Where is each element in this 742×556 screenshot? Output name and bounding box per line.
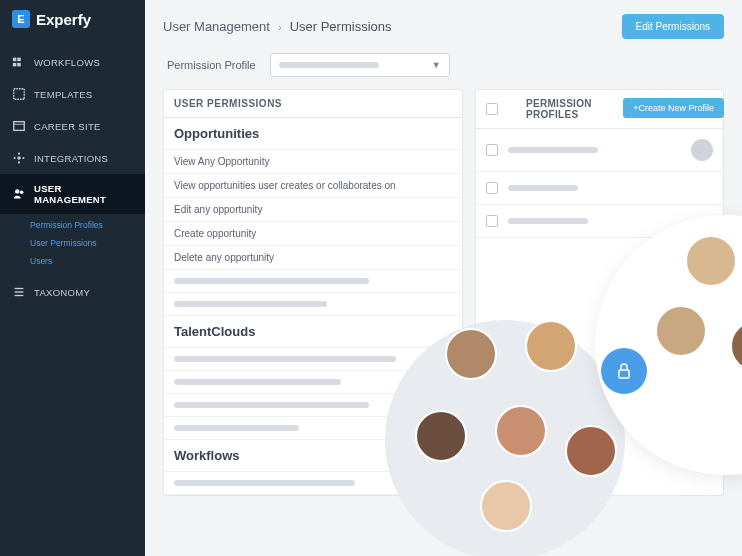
- workflows-icon: [12, 55, 26, 69]
- row-checkbox[interactable]: [486, 182, 498, 194]
- workflows-section-title: Workflows: [164, 440, 462, 472]
- edit-permissions-button[interactable]: Edit Permissions: [622, 14, 724, 39]
- perm-create-opportunity[interactable]: Create opportunity: [164, 222, 462, 246]
- profile-row[interactable]: [476, 129, 723, 172]
- brand-name: Experfy: [36, 11, 91, 28]
- svg-rect-2: [13, 63, 17, 67]
- svg-point-10: [14, 157, 16, 159]
- user-permissions-panel: USER PERMISSIONS Opportunities View Any …: [163, 89, 463, 496]
- nav-label: WORKFLOWS: [34, 57, 100, 68]
- logo: E Experfy: [0, 0, 145, 38]
- nav-workflows[interactable]: WORKFLOWS: [0, 46, 145, 78]
- talentclouds-section-title: TalentClouds: [164, 316, 462, 348]
- permission-profile-label: Permission Profile: [167, 59, 256, 71]
- svg-point-13: [20, 191, 24, 195]
- skeleton-row: [164, 394, 462, 417]
- svg-point-11: [22, 157, 24, 159]
- user-avatar: [691, 139, 713, 161]
- permission-profiles-column: PERMISSION PROFILES: [508, 98, 623, 120]
- profile-row[interactable]: [476, 205, 723, 238]
- svg-rect-1: [17, 58, 21, 62]
- sidebar: E Experfy WORKFLOWS TEMPLATES CAREER SIT…: [0, 0, 145, 556]
- subnav-users[interactable]: Users: [30, 252, 145, 270]
- row-checkbox[interactable]: [486, 144, 498, 156]
- perm-edit-any-opportunity[interactable]: Edit any opportunity: [164, 198, 462, 222]
- svg-point-9: [18, 161, 20, 163]
- nav-label: TAXONOMY: [34, 287, 90, 298]
- create-new-profile-button[interactable]: +Create New Profile: [623, 98, 724, 118]
- nav-career-site[interactable]: CAREER SITE: [0, 110, 145, 142]
- svg-rect-4: [14, 89, 25, 100]
- nav-templates[interactable]: TEMPLATES: [0, 78, 145, 110]
- main-nav: WORKFLOWS TEMPLATES CAREER SITE INTEGRAT…: [0, 46, 145, 308]
- nav-taxonomy[interactable]: TAXONOMY: [0, 276, 145, 308]
- main-content: User Management › User Permissions Edit …: [145, 0, 742, 556]
- select-all-checkbox[interactable]: [486, 103, 498, 115]
- subnav: Permission Profiles User Permissions Use…: [0, 214, 145, 276]
- permission-profiles-panel: PERMISSION PROFILES USERS: [475, 89, 724, 496]
- panels: USER PERMISSIONS Opportunities View Any …: [163, 89, 724, 496]
- skeleton-row: [164, 293, 462, 316]
- profile-row[interactable]: [476, 172, 723, 205]
- skeleton-row: [164, 371, 462, 394]
- perm-view-own-opportunities[interactable]: View opportunities user creates or colla…: [164, 174, 462, 198]
- user-permissions-header: USER PERMISSIONS: [164, 90, 462, 118]
- svg-rect-5: [14, 122, 25, 131]
- breadcrumb-parent[interactable]: User Management: [163, 19, 270, 34]
- taxonomy-icon: [12, 285, 26, 299]
- row-checkbox[interactable]: [486, 215, 498, 227]
- profile-name-placeholder: [508, 185, 578, 191]
- profile-name-placeholder: [508, 218, 588, 224]
- profile-name-placeholder: [508, 147, 598, 153]
- skeleton-row: [164, 472, 462, 495]
- svg-rect-3: [17, 63, 21, 67]
- perm-delete-any-opportunity[interactable]: Delete any opportunity: [164, 246, 462, 270]
- integrations-icon: [12, 151, 26, 165]
- skeleton-row: [164, 348, 462, 371]
- nav-user-management[interactable]: USER MANAGEMENT: [0, 174, 145, 214]
- logo-icon: E: [12, 10, 30, 28]
- svg-rect-0: [13, 58, 17, 62]
- select-value-placeholder: [279, 62, 379, 68]
- svg-point-8: [18, 153, 20, 155]
- permission-profile-select[interactable]: ▼: [270, 53, 450, 77]
- svg-point-12: [15, 189, 19, 193]
- subnav-user-permissions[interactable]: User Permissions: [30, 234, 145, 252]
- nav-label: TEMPLATES: [34, 89, 92, 100]
- chevron-right-icon: ›: [278, 21, 282, 33]
- skeleton-row: [164, 270, 462, 293]
- breadcrumb-current: User Permissions: [290, 19, 392, 34]
- templates-icon: [12, 87, 26, 101]
- svg-point-7: [17, 156, 21, 160]
- subnav-permission-profiles[interactable]: Permission Profiles: [30, 216, 145, 234]
- nav-integrations[interactable]: INTEGRATIONS: [0, 142, 145, 174]
- breadcrumb: User Management › User Permissions: [163, 19, 391, 34]
- profile-selector-row: Permission Profile ▼: [163, 53, 724, 77]
- nav-label: USER MANAGEMENT: [34, 183, 133, 205]
- career-site-icon: [12, 119, 26, 133]
- perm-view-any-opportunity[interactable]: View Any Opportunity: [164, 150, 462, 174]
- opportunities-section-title: Opportunities: [164, 118, 462, 150]
- user-management-icon: [12, 187, 26, 201]
- nav-label: CAREER SITE: [34, 121, 101, 132]
- avatar: [730, 320, 742, 372]
- caret-down-icon: ▼: [432, 60, 441, 70]
- skeleton-row: [164, 417, 462, 440]
- page-header: User Management › User Permissions Edit …: [163, 14, 724, 39]
- nav-label: INTEGRATIONS: [34, 153, 108, 164]
